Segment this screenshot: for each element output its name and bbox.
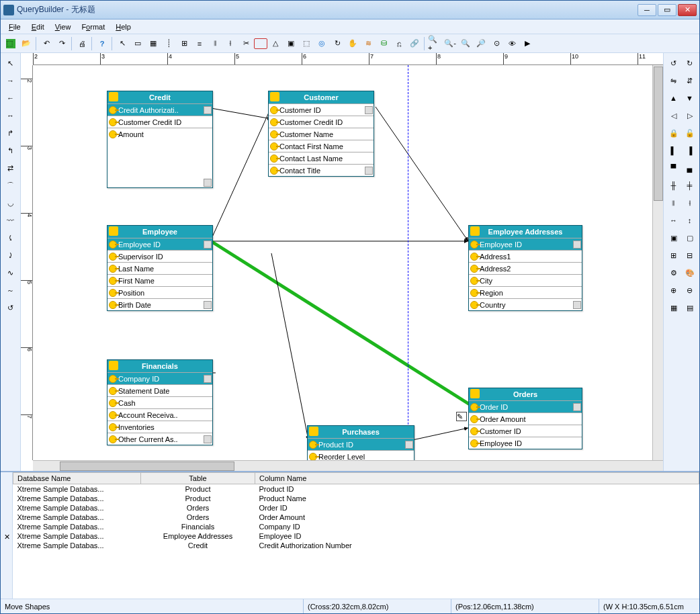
spline-icon[interactable]: ～ (3, 283, 18, 298)
prop-icon[interactable]: ⚙ (666, 265, 681, 280)
menu-help[interactable]: Help (112, 21, 135, 32)
collapse-icon[interactable]: ⊖ (683, 283, 697, 298)
pin-panel-icon[interactable]: ◂ (0, 533, 2, 541)
center-h-icon[interactable]: ╫ (666, 178, 681, 193)
dist-h-icon[interactable]: ⫴ (666, 195, 681, 210)
table-employee[interactable]: Employee Employee ID Supervisor ID Last … (107, 225, 213, 311)
style-icon[interactable]: 🎨 (683, 265, 697, 280)
group2-icon[interactable]: ⊞ (666, 248, 681, 263)
undo-icon[interactable]: ↶ (39, 36, 54, 51)
refresh-icon[interactable]: ↻ (330, 36, 345, 51)
align-icon[interactable]: ≡ (192, 36, 207, 51)
col-table[interactable]: Table (141, 473, 255, 484)
scrollbar-vertical[interactable] (652, 65, 663, 460)
arc2-icon[interactable]: ◡ (3, 195, 18, 210)
bring-front-icon[interactable]: ▣ (666, 230, 681, 245)
curve-l-icon[interactable]: ⤹ (3, 230, 18, 245)
double-arrow-icon[interactable]: ↔ (3, 108, 18, 123)
expand-icon[interactable]: ⊕ (666, 283, 681, 298)
close-button[interactable]: ✕ (678, 4, 697, 16)
db-icon[interactable]: ⛁ (376, 36, 391, 51)
arrow-right-icon[interactable]: → (3, 73, 18, 88)
align-t-icon[interactable]: ▀ (666, 161, 681, 175)
grid-icon[interactable]: ▦ (146, 36, 161, 51)
zoom-100-icon[interactable]: 🔎 (474, 36, 488, 51)
loop-icon[interactable]: ↺ (3, 300, 18, 315)
align-b-icon[interactable]: ▄ (683, 161, 697, 175)
table-employee-addresses[interactable]: Employee Addresses Employee ID Address1 … (468, 225, 582, 311)
distribute-v-icon[interactable]: ⫲ (223, 36, 238, 51)
col-db[interactable]: Database Name (13, 473, 141, 484)
zoom-sel-icon[interactable]: ⊙ (489, 36, 504, 51)
preview-icon[interactable]: 👁 (505, 36, 519, 51)
line-bi-icon[interactable]: ⇄ (3, 161, 18, 175)
menu-view[interactable]: View (51, 21, 75, 32)
table-row[interactable]: Xtreme Sample Databas...OrdersOrder Amou… (13, 513, 699, 522)
flip-v-icon[interactable]: ⇵ (683, 73, 697, 88)
table-customer[interactable]: Customer Customer ID Customer Credit ID … (268, 91, 374, 177)
align-l-icon[interactable]: ▌ (666, 143, 681, 158)
distribute-h-icon[interactable]: ⫴ (208, 36, 222, 51)
triangle-icon[interactable]: △ (268, 36, 283, 51)
help-icon[interactable]: ? (95, 36, 110, 51)
redo-icon[interactable]: ↷ (54, 36, 69, 51)
scrollbar-horizontal[interactable] (33, 460, 663, 471)
bounds-icon[interactable]: ⬚ (299, 36, 314, 51)
curve-r-icon[interactable]: ⤸ (3, 248, 18, 263)
flip-tri2-icon[interactable]: ▷ (683, 108, 697, 123)
arc3-icon[interactable]: 〰 (3, 213, 18, 228)
snap-icon[interactable]: ⊞ (177, 36, 191, 51)
col-column[interactable]: Column Name (255, 473, 699, 484)
target-icon[interactable]: ◎ (314, 36, 329, 51)
guide-vertical[interactable] (408, 65, 408, 460)
dist-v-icon[interactable]: ⫲ (683, 195, 697, 210)
send-back-icon[interactable]: ▢ (683, 230, 697, 245)
connect-icon[interactable]: ⎌ (392, 36, 406, 51)
zoom-out-icon[interactable]: 🔍- (443, 36, 457, 51)
close-panel-icon[interactable]: ✕ (3, 533, 12, 541)
table-row[interactable]: Xtreme Sample Databas...OrdersOrder ID (13, 503, 699, 513)
center-v-icon[interactable]: ╪ (683, 178, 697, 193)
pointer-icon[interactable]: ↖ (3, 56, 18, 71)
field-credit-0[interactable]: Credit Authorizati.. (118, 106, 211, 114)
field-credit-2[interactable]: Amount (118, 130, 211, 138)
align-r-icon[interactable]: ▐ (683, 143, 697, 158)
curve-s-icon[interactable]: ∿ (3, 265, 18, 280)
rot-right-icon[interactable]: ↻ (683, 56, 697, 71)
new-icon[interactable]: ⬚ (3, 36, 18, 51)
field-credit-1[interactable]: Customer Credit ID (118, 118, 211, 126)
table-row[interactable]: Xtreme Sample Databas...CreditCredit Aut… (13, 541, 699, 550)
same-h-icon[interactable]: ↕ (683, 213, 697, 228)
cursor-icon[interactable]: ↖ (115, 36, 130, 51)
guides-icon[interactable]: ┊ (161, 36, 176, 51)
bottom-panel-side[interactable]: ✕ ◂ Toolbox Window (1, 472, 13, 599)
open-icon[interactable]: 📂 (19, 36, 34, 51)
arc-icon[interactable]: ⌒ (3, 178, 18, 193)
crop-icon[interactable]: ✂ (238, 36, 253, 51)
maximize-button[interactable]: ▭ (658, 4, 676, 16)
table-row[interactable]: Xtreme Sample Databas...FinancialsCompan… (13, 522, 699, 531)
arrow-left-icon[interactable]: ← (3, 91, 18, 105)
run-icon[interactable]: ▶ (520, 36, 535, 51)
ungroup-icon[interactable]: ⊟ (683, 248, 697, 263)
rot-left-icon[interactable]: ↺ (666, 56, 681, 71)
link-icon[interactable]: 🔗 (407, 36, 422, 51)
flip-tri-icon[interactable]: ◁ (666, 108, 681, 123)
table-purchases[interactable]: Purchases Product ID Reorder Level (307, 425, 414, 460)
zoom-fit-icon[interactable]: 🔍 (458, 36, 473, 51)
same-w-icon[interactable]: ↔ (666, 213, 681, 228)
minimize-button[interactable]: ─ (638, 4, 656, 16)
table-row[interactable]: Xtreme Sample Databas...ProductProduct I… (13, 484, 699, 494)
more2-icon[interactable]: ▤ (683, 300, 697, 315)
table-financials[interactable]: Financials Company ID Statement Date Cas… (107, 359, 213, 445)
table-row[interactable]: Xtreme Sample Databas...Employee Address… (13, 531, 699, 541)
flip-h-icon[interactable]: ⇋ (666, 73, 681, 88)
select-icon[interactable]: ▭ (130, 36, 145, 51)
mirror-h-icon[interactable]: ▲ (666, 91, 681, 105)
unlock-icon[interactable]: 🔓 (683, 126, 697, 140)
menu-file[interactable]: File (5, 21, 25, 32)
line-in-icon[interactable]: ↰ (3, 143, 18, 158)
bottom-table[interactable]: Database Name Table Column Name Xtreme S… (13, 472, 699, 599)
table-orders[interactable]: Orders Order ID Order Amount Customer ID… (468, 388, 582, 449)
group-icon[interactable]: ▣ (283, 36, 298, 51)
